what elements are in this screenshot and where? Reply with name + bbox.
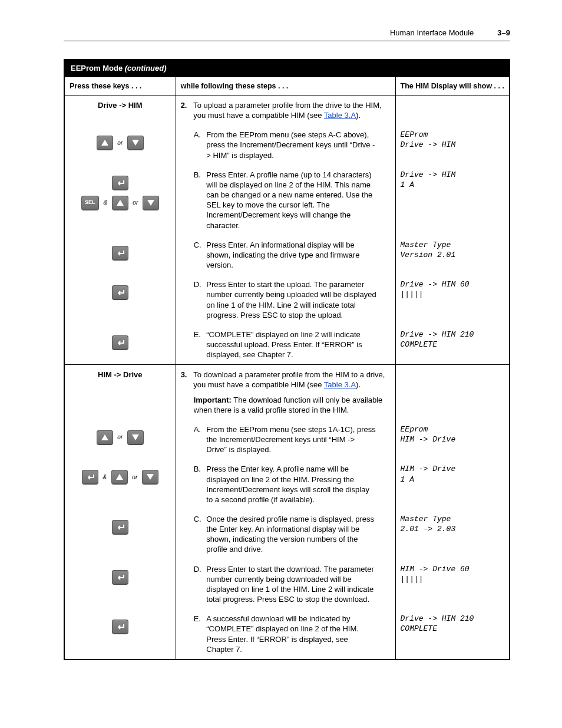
up-key-icon	[111, 470, 128, 484]
sub-text: Press Enter. A profile name (up to 14 ch…	[206, 170, 377, 230]
col-header-display: The HIM Display will show . . .	[395, 77, 510, 95]
key-row: SEL & or	[70, 196, 171, 210]
table-row: SEL & or B. Press Enter. A profile name …	[64, 165, 510, 235]
step-text-part: ).	[356, 380, 361, 389]
key-row	[70, 285, 171, 299]
running-header: Human Interface Module 3–9	[64, 28, 510, 37]
sub-letter: D.	[194, 564, 204, 574]
him-display: Master Type Version 2.01	[395, 235, 510, 275]
step-number: 2.	[181, 100, 191, 110]
sub-text: “COMPLETE” displayed on line 2 will indi…	[206, 330, 377, 360]
him-display: Master Type 2.01 -> 2.03	[395, 509, 510, 559]
svg-marker-3	[147, 200, 154, 206]
svg-marker-2	[117, 200, 124, 206]
conj-or: or	[132, 474, 137, 480]
svg-marker-5	[132, 434, 139, 440]
key-row	[70, 620, 171, 634]
sub-text: A successful download will be indicated …	[206, 614, 377, 654]
step-text-part: ).	[356, 111, 361, 120]
sub-letter: E.	[194, 330, 204, 340]
sub-letter: A.	[194, 130, 204, 140]
band-continued: (continued)	[125, 64, 167, 73]
enter-key-icon	[112, 246, 128, 260]
table-row: C. Once the desired profile name is disp…	[64, 509, 510, 559]
up-key-icon	[112, 196, 128, 210]
sub-letter: B.	[194, 464, 204, 474]
link-table-3a[interactable]: Table 3.A	[324, 380, 356, 389]
svg-marker-1	[132, 140, 139, 146]
down-key-icon	[127, 430, 144, 444]
conj-or: or	[133, 199, 138, 206]
svg-marker-4	[101, 434, 108, 440]
sub-text: Press the Enter key. A profile name will…	[206, 464, 377, 505]
page-number: 3–9	[497, 28, 510, 37]
enter-key-icon	[112, 620, 128, 634]
svg-marker-6	[116, 474, 123, 480]
key-row: or	[70, 430, 171, 444]
band-title: EEProm Mode	[71, 64, 123, 73]
enter-key-icon	[112, 285, 128, 299]
step-number: 3.	[181, 370, 191, 380]
sub-text: Press Enter to start the upload. The par…	[206, 279, 377, 320]
page: Human Interface Module 3–9 EEProm Mode (…	[0, 0, 562, 728]
key-row	[70, 520, 171, 534]
important-label: Important:	[194, 396, 232, 404]
table-row: D. Press Enter to start the download. Th…	[64, 559, 510, 610]
sub-text: From the EEProm menu (see steps A-C abov…	[206, 130, 377, 160]
keys-title-drive-him: Drive -> HIM	[70, 100, 171, 110]
down-key-icon	[142, 470, 158, 484]
header-rule	[64, 41, 510, 41]
key-row	[70, 246, 171, 260]
enter-key-icon	[112, 335, 128, 350]
table-row: or A. From the EEProm menu (see steps A-…	[64, 125, 510, 164]
table-row: E. “COMPLETE” displayed on line 2 will i…	[64, 325, 510, 365]
col-header-keys: Press these keys . . .	[64, 77, 176, 95]
key-row: & or	[70, 470, 171, 484]
sub-letter: C.	[194, 514, 204, 524]
him-display: HIM -> Drive 60 |||||	[395, 559, 510, 610]
conj-and: &	[103, 474, 107, 480]
step-text: To download a parameter profile from the…	[193, 370, 390, 390]
down-key-icon	[143, 196, 159, 210]
step-text: To upload a parameter profile from the d…	[193, 100, 390, 120]
sub-letter: D.	[194, 279, 204, 289]
down-key-icon	[127, 136, 144, 150]
important-note: Important: The download function will on…	[181, 395, 391, 415]
table-row: & or B. Press the Enter key. A profile n…	[64, 459, 510, 509]
conj-or: or	[117, 434, 123, 440]
doc-section-title: Human Interface Module	[390, 28, 474, 37]
table-row: or A. From the EEProm menu (see steps 1A…	[64, 420, 510, 459]
him-display: HIM -> Drive 1 A	[395, 459, 510, 509]
sub-text: Press Enter. An informational display wi…	[206, 240, 377, 270]
him-display: EEProm Drive -> HIM	[395, 125, 510, 164]
sub-letter: E.	[194, 614, 204, 624]
svg-marker-7	[147, 474, 154, 480]
table-row: D. Press Enter to start the upload. The …	[64, 275, 510, 325]
him-display: EEprom HIM -> Drive	[395, 420, 510, 459]
enter-key-icon	[112, 570, 128, 584]
him-display: Drive -> HIM 210 COMPLETE	[395, 609, 510, 660]
up-key-icon	[97, 136, 113, 150]
sub-text: From the EEProm menu (see steps 1A-1C), …	[206, 424, 377, 454]
col-header-steps: while following these steps . . .	[176, 77, 395, 95]
table-row: E. A successful download will be indicat…	[64, 609, 510, 660]
key-row	[70, 570, 171, 584]
enter-key-icon	[112, 176, 128, 190]
sub-letter: C.	[194, 240, 204, 250]
conj-or: or	[117, 140, 123, 146]
sub-letter: B.	[194, 170, 204, 180]
him-display: Drive -> HIM 210 COMPLETE	[395, 325, 510, 365]
sub-letter: A.	[194, 424, 204, 434]
conj-and: &	[103, 199, 107, 206]
table-header-row: Press these keys . . . while following t…	[64, 77, 510, 95]
key-row	[70, 176, 171, 190]
keys-title-him-drive: HIM -> Drive	[70, 370, 171, 380]
section-band: EEProm Mode (continued)	[64, 59, 510, 76]
him-display: Drive -> HIM 60 |||||	[395, 275, 510, 325]
up-key-icon	[97, 430, 113, 444]
key-row: or	[70, 136, 171, 150]
sub-text: Once the desired profile name is display…	[206, 514, 377, 555]
link-table-3a[interactable]: Table 3.A	[324, 111, 356, 120]
procedure-table: Press these keys . . . while following t…	[64, 76, 510, 660]
table-row: C. Press Enter. An informational display…	[64, 235, 510, 275]
